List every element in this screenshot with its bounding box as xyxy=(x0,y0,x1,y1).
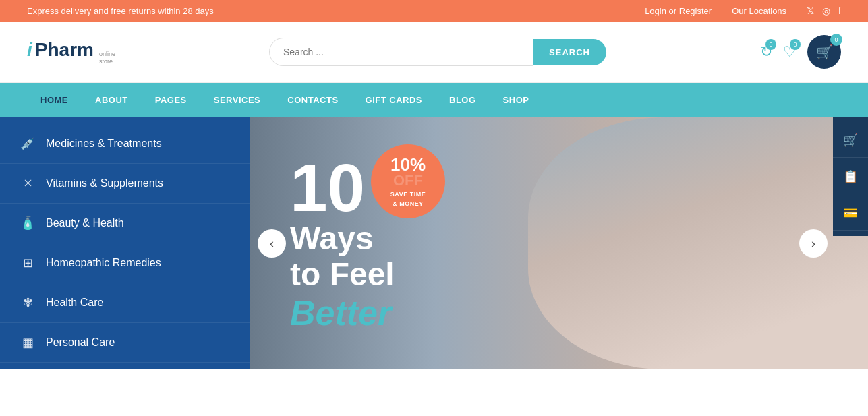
next-icon: › xyxy=(811,237,815,251)
promo-text: Express delivery and free returns within… xyxy=(27,6,214,16)
locations-link[interactable]: Our Locations xyxy=(732,6,786,16)
vitamins-icon: ✳ xyxy=(20,176,35,191)
right-doc-icon[interactable]: 📋 xyxy=(833,159,868,194)
beauty-icon: 🧴 xyxy=(20,216,35,231)
wishlist-badge: 0 xyxy=(790,39,801,50)
nav-blog[interactable]: BLOG xyxy=(436,83,490,117)
instagram-icon[interactable]: ◎ xyxy=(822,5,830,16)
register-link[interactable]: Register xyxy=(679,6,712,16)
sidebar-label-beauty: Beauty & Health xyxy=(46,217,124,229)
cart-button[interactable]: 🛒 0 xyxy=(807,35,841,69)
sidebar: 💉 Medicines & Treatments ✳ Vitamins & Su… xyxy=(0,117,250,369)
discount-off: OFF xyxy=(393,173,423,188)
discount-sub1: SAVE TIME xyxy=(390,191,426,198)
health-care-icon: ✾ xyxy=(20,295,35,310)
discount-percent: 10% xyxy=(390,156,426,173)
sidebar-item-personal[interactable]: ▦ Personal Care xyxy=(0,323,250,363)
header-icons: ↻ 0 ♡ 0 🛒 0 xyxy=(760,35,841,69)
hero-line2: to Feel xyxy=(290,257,395,293)
nav-about[interactable]: ABOUT xyxy=(82,83,142,117)
next-button[interactable]: › xyxy=(799,229,828,258)
nav-contacts[interactable]: CONTACTS xyxy=(274,83,351,117)
prev-button[interactable]: ‹ xyxy=(258,229,286,258)
right-wallet-icon[interactable]: 💳 xyxy=(833,196,868,231)
main-content: 💉 Medicines & Treatments ✳ Vitamins & Su… xyxy=(0,117,868,369)
logo[interactable]: i Pharm online store xyxy=(27,39,115,65)
prev-icon: ‹ xyxy=(270,237,274,251)
search-bar: SEARCH xyxy=(269,38,606,66)
sidebar-item-vitamins[interactable]: ✳ Vitamins & Supplements xyxy=(0,164,250,204)
twitter-icon[interactable]: 𝕏 xyxy=(807,5,814,16)
nav-home[interactable]: HOME xyxy=(27,83,82,117)
main-nav: HOME ABOUT PAGES SERVICES CONTACTS GIFT … xyxy=(0,83,868,117)
sidebar-item-beauty[interactable]: 🧴 Beauty & Health xyxy=(0,204,250,243)
logo-i: i xyxy=(27,39,32,61)
right-sidebar: 🛒 📋 💳 xyxy=(833,117,868,236)
nav-pages[interactable]: PAGES xyxy=(142,83,200,117)
sidebar-item-homeopathic[interactable]: ⊞ Homeopathic Remedies xyxy=(0,243,250,283)
hero-line3: Better xyxy=(290,293,395,333)
logo-pharm: Pharm xyxy=(35,39,94,61)
cart-icon: 🛒 xyxy=(816,44,833,60)
right-cart-icon[interactable]: 🛒 xyxy=(833,123,868,158)
facebook-icon[interactable]: f xyxy=(838,5,841,16)
personal-icon: ▦ xyxy=(20,335,35,350)
discount-sub2: & MONEY xyxy=(393,200,424,207)
hero-section: ‹ 10% OFF SAVE TIME & MONEY 10 Ways to F… xyxy=(250,117,868,369)
hero-line1: Ways xyxy=(290,221,395,257)
login-link[interactable]: Login xyxy=(645,6,666,16)
top-bar-right: Login or Register Our Locations 𝕏 ◎ f xyxy=(645,5,841,16)
top-bar: Express delivery and free returns within… xyxy=(0,0,868,22)
nav-shop[interactable]: SHOP xyxy=(490,83,543,117)
hero-number: 10 xyxy=(290,154,395,221)
sidebar-label-vitamins: Vitamins & Supplements xyxy=(46,177,163,189)
cart-badge: 0 xyxy=(830,34,842,46)
sidebar-item-medicines[interactable]: 💉 Medicines & Treatments xyxy=(0,124,250,164)
hero-content: 10 Ways to Feel Better xyxy=(290,154,395,333)
refresh-button[interactable]: ↻ 0 xyxy=(760,43,772,61)
homeopathic-icon: ⊞ xyxy=(20,256,35,270)
sidebar-label-health-care: Health Care xyxy=(46,297,103,309)
logo-subtitle: online store xyxy=(99,51,115,65)
nav-gift-cards[interactable]: GIFT CARDS xyxy=(352,83,436,117)
sidebar-item-health-care[interactable]: ✾ Health Care xyxy=(0,283,250,323)
refresh-badge: 0 xyxy=(765,39,776,50)
search-button[interactable]: SEARCH xyxy=(533,39,606,65)
sidebar-label-homeopathic: Homeopathic Remedies xyxy=(46,257,161,269)
header: i Pharm online store SEARCH ↻ 0 ♡ 0 🛒 0 xyxy=(0,22,868,83)
wishlist-button[interactable]: ♡ 0 xyxy=(783,43,797,61)
nav-services[interactable]: SERVICES xyxy=(200,83,274,117)
sidebar-label-medicines: Medicines & Treatments xyxy=(46,138,162,150)
medicines-icon: 💉 xyxy=(20,136,35,151)
login-register[interactable]: Login or Register xyxy=(645,6,712,16)
sidebar-label-personal: Personal Care xyxy=(46,336,115,349)
social-icons: 𝕏 ◎ f xyxy=(807,5,841,16)
search-input[interactable] xyxy=(269,38,533,66)
